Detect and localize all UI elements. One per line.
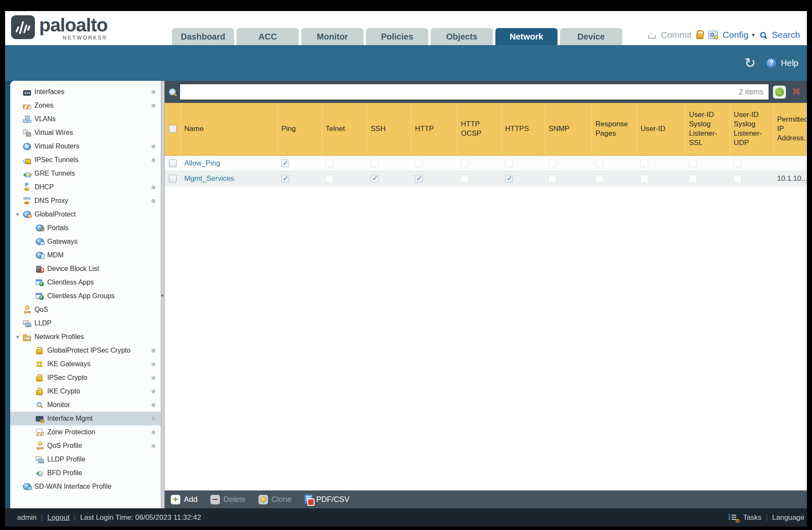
sidebar-item-interface-mgmt[interactable]: Interface Mgmt (10, 412, 161, 425)
http-checkbox[interactable] (415, 160, 423, 167)
ping-checkbox[interactable] (281, 175, 289, 182)
sidebar-item-ipsec-crypto[interactable]: IPSec Crypto (10, 371, 161, 385)
tab-objects[interactable]: Objects (431, 28, 493, 45)
uid_syslog_udp-checkbox[interactable] (734, 160, 741, 167)
response_pages-checkbox[interactable] (595, 160, 603, 167)
ssh-checkbox[interactable] (371, 175, 378, 182)
column-header-http-ocsp[interactable]: HTTP OCSP (457, 103, 502, 155)
lock-icon[interactable] (696, 34, 703, 39)
apply-filter-button[interactable]: → (773, 85, 786, 99)
sidebar-item-device-block-list[interactable]: Device Block List (10, 262, 161, 276)
sidebar-item-virtual-wires[interactable]: Virtual Wires (10, 126, 161, 140)
help-button[interactable]: Help (781, 58, 798, 68)
sidebar-item-portals[interactable]: Portals (10, 221, 161, 235)
uid_syslog_udp-checkbox[interactable] (734, 175, 741, 182)
http-checkbox[interactable] (415, 175, 423, 182)
response_pages-checkbox[interactable] (595, 175, 603, 182)
column-header-ping[interactable]: Ping (278, 103, 322, 155)
column-header-user-id-syslog-listener-ssl[interactable]: User-ID Syslog Listener-SSL (686, 103, 730, 155)
refresh-icon[interactable]: ↻ (744, 56, 756, 70)
uid_syslog_ssl-checkbox[interactable] (689, 175, 697, 182)
column-header-name[interactable]: Name (181, 103, 278, 155)
clear-filter-button[interactable]: × (790, 85, 803, 99)
sidebar-item-ike-crypto[interactable]: IKE Crypto (10, 385, 161, 398)
item-options-dot[interactable] (152, 90, 155, 94)
column-header-user-id[interactable]: User-ID (637, 103, 686, 155)
pdf-csv-button[interactable]: PDF/CSV (304, 494, 349, 504)
sidebar-item-dns-proxy[interactable]: DNS Proxy (10, 194, 161, 208)
chevron-down-icon[interactable]: ▼ (751, 32, 756, 37)
sidebar-item-qos-profile[interactable]: QoS Profile (10, 439, 161, 453)
uid_syslog_ssl-checkbox[interactable] (689, 160, 697, 167)
column-header-response-pages[interactable]: Response Pages (592, 103, 637, 155)
item-options-dot[interactable] (152, 158, 155, 162)
tab-dashboard[interactable]: Dashboard (172, 28, 234, 45)
telnet-checkbox[interactable] (326, 160, 333, 167)
https-checkbox[interactable] (505, 160, 513, 167)
sidebar-item-lldp-profile[interactable]: LLDP Profile (10, 453, 161, 466)
tab-device[interactable]: Device (560, 28, 622, 45)
sidebar-item-sd-wan-interface-profile[interactable]: SD-WAN Interface Profile (10, 480, 161, 493)
ping-checkbox[interactable] (281, 160, 289, 167)
sidebar-item-lldp[interactable]: LLDP (10, 316, 161, 330)
sidebar-splitter[interactable] (161, 81, 165, 508)
column-header-https[interactable]: HTTPS (502, 103, 545, 155)
expand-collapse-icon[interactable]: ▼ (15, 334, 20, 339)
item-options-dot[interactable] (152, 430, 155, 434)
sidebar-item-clientless-apps[interactable]: Clientless Apps (10, 276, 161, 289)
sidebar-item-qos[interactable]: QoS (10, 303, 161, 316)
user_id-checkbox[interactable] (640, 160, 648, 167)
item-options-dot[interactable] (152, 199, 155, 203)
search-button[interactable]: Search (772, 30, 800, 40)
user_id-checkbox[interactable] (640, 175, 648, 182)
commit-button[interactable]: Commit (661, 30, 692, 40)
filter-input[interactable] (180, 84, 739, 100)
row-select-checkbox[interactable] (169, 175, 177, 182)
row-name-link[interactable]: Allow_Ping (184, 159, 220, 168)
item-options-dot[interactable] (152, 104, 155, 108)
add-button[interactable]: +Add (171, 495, 197, 504)
tab-acc[interactable]: ACC (237, 28, 299, 45)
sidebar-item-gre-tunnels[interactable]: GRE Tunnels (10, 167, 161, 180)
sidebar-item-clientless-app-groups[interactable]: Clientless App Groups (10, 289, 161, 303)
item-options-dot[interactable] (152, 376, 155, 380)
column-header-permitted-ip-address[interactable]: Permitted IP Address... (774, 103, 807, 155)
snmp-checkbox[interactable] (549, 160, 556, 167)
row-select-checkbox[interactable] (169, 160, 177, 167)
http_ocsp-checkbox[interactable] (461, 175, 469, 182)
column-header-user-id-syslog-listener-udp[interactable]: User-ID Syslog Listener-UDP (730, 103, 774, 155)
sidebar-item-zones[interactable]: Zones (10, 99, 161, 112)
clone-button[interactable]: Clone (258, 495, 292, 504)
column-header-select[interactable] (165, 103, 181, 155)
http_ocsp-checkbox[interactable] (461, 160, 469, 167)
sidebar-item-bfd-profile[interactable]: BFD Profile (10, 466, 161, 480)
sidebar-item-gateways[interactable]: Gateways (10, 235, 161, 248)
item-options-dot[interactable] (152, 444, 155, 448)
select-all-checkbox[interactable] (169, 125, 177, 133)
item-options-dot[interactable] (152, 417, 155, 421)
tasks-button[interactable]: Tasks (743, 513, 761, 522)
sidebar-item-network-profiles[interactable]: ▼Network Profiles (10, 330, 161, 344)
item-options-dot[interactable] (152, 403, 155, 407)
snmp-checkbox[interactable] (549, 175, 556, 182)
item-options-dot[interactable] (152, 185, 155, 189)
column-header-snmp[interactable]: SNMP (545, 103, 592, 155)
sidebar-item-mdm[interactable]: MDM (10, 248, 161, 262)
column-header-telnet[interactable]: Telnet (322, 103, 367, 155)
item-options-dot[interactable] (152, 362, 155, 366)
config-menu[interactable]: Config (723, 30, 749, 40)
telnet-checkbox[interactable] (326, 175, 333, 182)
tab-network[interactable]: Network (495, 28, 558, 45)
sidebar-item-dhcp[interactable]: DHCP (10, 180, 161, 194)
item-options-dot[interactable] (152, 145, 155, 148)
sidebar-item-ipsec-tunnels[interactable]: IPSec Tunnels (10, 153, 161, 167)
row-name-link[interactable]: Mgmt_Services (184, 174, 234, 183)
tab-policies[interactable]: Policies (366, 28, 428, 45)
sidebar-item-monitor[interactable]: Monitor (10, 398, 161, 412)
delete-button[interactable]: −Delete (210, 495, 246, 504)
sidebar-item-ike-gateways[interactable]: IKE Gateways (10, 357, 161, 371)
help-icon[interactable]: ? (766, 58, 777, 68)
https-checkbox[interactable] (505, 175, 513, 182)
item-options-dot[interactable] (152, 349, 155, 353)
sidebar-item-virtual-routers[interactable]: Virtual Routers (10, 140, 161, 153)
